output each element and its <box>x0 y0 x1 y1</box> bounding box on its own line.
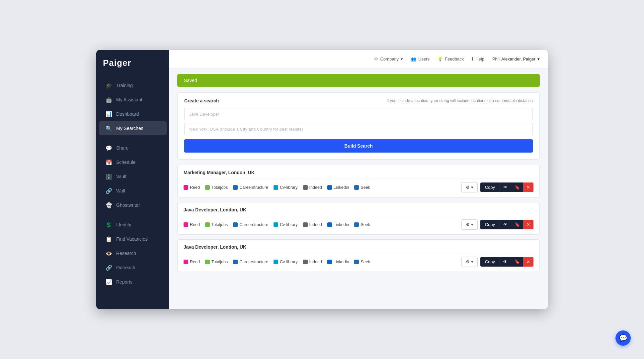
board-item-careerstructure[interactable]: Careerstructure <box>233 185 268 190</box>
sidebar-item-schedule[interactable]: 📅 Schedule <box>99 155 167 169</box>
board-item-totaljobs[interactable]: Totaljobs <box>205 260 228 264</box>
sidebar-item-research[interactable]: 👁️ Research <box>99 246 167 260</box>
search-card-body-0: Reed Totaljobs Careerstructure Cv-librar… <box>178 179 539 197</box>
board-item-linkedin[interactable]: Linkedin <box>327 222 349 227</box>
nav-label-find-vacancies: Find Vacancies <box>116 236 148 242</box>
eye-button-1[interactable]: 👁 <box>500 220 511 229</box>
sidebar-item-find-vacancies[interactable]: 📋 Find Vacancies <box>99 232 167 246</box>
sidebar-item-my-searches[interactable]: 🔍 My Searches <box>99 121 167 135</box>
copy-button-1[interactable]: Copy <box>480 220 500 229</box>
board-dot-seek <box>354 222 359 227</box>
app-wrapper: Paiger 🎓 Training 🤖 My Assistant 📊 Dashb… <box>96 50 548 309</box>
bookmark-button-1[interactable]: 🔖 <box>511 220 523 229</box>
chat-button[interactable]: 💬 <box>615 330 631 346</box>
board-label-cv-library: Cv-library <box>280 185 297 190</box>
build-search-button[interactable]: Build Search <box>184 139 533 153</box>
nav-icon-share: 💬 <box>106 145 112 151</box>
sidebar-item-training[interactable]: 🎓 Training <box>99 78 167 92</box>
eye-button-2[interactable]: 👁 <box>500 257 511 267</box>
nav-icon-find-vacancies: 📋 <box>106 236 112 242</box>
board-label-reed: Reed <box>190 185 200 190</box>
nav-label-vault: Vault <box>116 174 126 179</box>
board-label-careerstructure: Careerstructure <box>239 185 268 190</box>
board-item-cv-library[interactable]: Cv-library <box>274 185 297 190</box>
board-item-seek[interactable]: Seek <box>354 260 370 264</box>
board-item-reed[interactable]: Reed <box>184 185 200 190</box>
board-dot-seek <box>354 260 359 264</box>
board-item-reed[interactable]: Reed <box>184 260 200 264</box>
action-group-0: Copy 👁 🔖 ✕ <box>480 182 533 192</box>
board-item-linkedin[interactable]: Linkedin <box>327 185 349 190</box>
nav-label-outreach: Outreach <box>116 265 135 270</box>
board-item-seek[interactable]: Seek <box>354 222 370 227</box>
board-dot-careerstructure <box>233 185 238 190</box>
board-item-seek[interactable]: Seek <box>354 185 370 190</box>
search-card-title-0: Marketing Manager, London, UK <box>178 165 539 179</box>
bookmark-button-2[interactable]: 🔖 <box>511 257 523 267</box>
bookmark-button-0[interactable]: 🔖 <box>511 182 523 192</box>
sidebar-item-outreach[interactable]: 🔗 Outreach <box>99 261 167 275</box>
job-boards-0: Reed Totaljobs Careerstructure Cv-librar… <box>184 185 370 190</box>
help-link[interactable]: ℹ Help <box>472 57 484 61</box>
nav-icon-schedule: 📅 <box>106 159 112 166</box>
job-boards-2: Reed Totaljobs Careerstructure Cv-librar… <box>184 260 370 264</box>
delete-button-0[interactable]: ✕ <box>523 182 533 192</box>
board-dot-linkedin <box>327 185 332 190</box>
board-label-cv-library: Cv-library <box>280 222 297 227</box>
sidebar-item-identify[interactable]: 💲 Identify <box>99 218 167 232</box>
gear-button-1[interactable]: ⚙ ▾ <box>461 219 478 230</box>
company-icon: ⚙ <box>374 57 378 61</box>
delete-button-2[interactable]: ✕ <box>523 257 533 267</box>
sidebar-item-share[interactable]: 💬 Share <box>99 141 167 155</box>
user-menu[interactable]: Phili Alexander, Paiger ▾ <box>492 57 540 61</box>
job-title-input[interactable] <box>184 108 533 120</box>
sidebar-item-my-assistant[interactable]: 🤖 My Assistant <box>99 93 167 107</box>
gear-button-0[interactable]: ⚙ ▾ <box>461 182 478 192</box>
users-link[interactable]: 👥 Users <box>411 57 430 61</box>
user-chevron: ▾ <box>537 57 540 61</box>
sidebar-item-reports[interactable]: 📈 Reports <box>99 275 167 289</box>
users-icon: 👥 <box>411 57 416 61</box>
nav-icon-vault: 🗄️ <box>106 173 112 180</box>
board-item-cv-library[interactable]: Cv-library <box>274 260 297 264</box>
copy-button-0[interactable]: Copy <box>480 182 500 192</box>
nav-icon-identify: 💲 <box>106 221 112 228</box>
board-dot-linkedin <box>327 222 332 227</box>
card-actions-0: ⚙ ▾ Copy 👁 🔖 ✕ <box>461 182 533 192</box>
board-item-careerstructure[interactable]: Careerstructure <box>233 222 268 227</box>
nav-label-share: Share <box>116 145 128 151</box>
board-item-reed[interactable]: Reed <box>184 222 200 227</box>
board-dot-totaljobs <box>205 185 210 190</box>
board-item-totaljobs[interactable]: Totaljobs <box>205 185 228 190</box>
board-label-careerstructure: Careerstructure <box>239 260 268 264</box>
board-item-indeed[interactable]: Indeed <box>303 260 322 264</box>
board-item-cv-library[interactable]: Cv-library <box>274 222 297 227</box>
company-menu[interactable]: ⚙ Company ▾ <box>374 57 403 61</box>
board-item-indeed[interactable]: Indeed <box>303 222 322 227</box>
search-card-2: Java Developer, London, UK Reed Totaljob… <box>177 239 540 272</box>
sidebar-item-vault[interactable]: 🗄️ Vault <box>99 170 167 183</box>
eye-button-0[interactable]: 👁 <box>500 182 511 192</box>
board-label-totaljobs: Totaljobs <box>211 222 228 227</box>
sidebar-item-wall[interactable]: 🔗 Wall <box>99 184 167 198</box>
board-item-linkedin[interactable]: Linkedin <box>327 260 349 264</box>
nav-icon-training: 🎓 <box>106 82 112 89</box>
delete-button-1[interactable]: ✕ <box>523 220 533 229</box>
board-label-indeed: Indeed <box>309 222 322 227</box>
nav-label-ghostwriter: Ghostwriter <box>116 202 140 208</box>
board-item-totaljobs[interactable]: Totaljobs <box>205 222 228 227</box>
nav-icon-reports: 📈 <box>106 279 112 285</box>
board-label-cv-library: Cv-library <box>280 260 297 264</box>
board-label-linkedin: Linkedin <box>334 185 349 190</box>
nav-label-reports: Reports <box>116 279 132 285</box>
sidebar-item-ghostwriter[interactable]: 👻 Ghostwriter <box>99 198 167 212</box>
board-item-indeed[interactable]: Indeed <box>303 185 322 190</box>
feedback-link[interactable]: 💡 Feedback <box>438 57 464 61</box>
board-dot-reed <box>184 222 188 227</box>
board-item-careerstructure[interactable]: Careerstructure <box>233 260 268 264</box>
board-label-totaljobs: Totaljobs <box>211 185 228 190</box>
gear-button-2[interactable]: ⚙ ▾ <box>461 257 478 267</box>
sidebar-item-dashboard[interactable]: 📊 Dashboard <box>99 107 167 121</box>
copy-button-2[interactable]: Copy <box>480 257 500 267</box>
location-input[interactable] <box>184 123 533 135</box>
